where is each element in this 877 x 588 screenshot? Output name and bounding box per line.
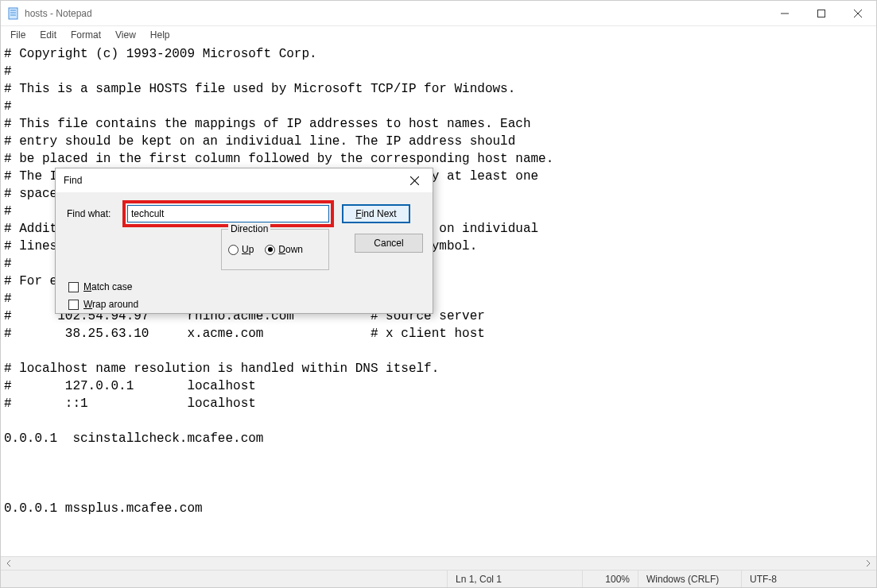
scroll-right-icon[interactable] (862, 558, 875, 570)
checkbox-icon (68, 300, 79, 310)
direction-up-label: Up (242, 244, 254, 255)
notepad-icon (7, 7, 20, 20)
checkbox-icon (68, 282, 79, 292)
direction-label: Direction (228, 223, 270, 234)
find-dialog-titlebar[interactable]: Find (56, 168, 433, 192)
scroll-left-icon[interactable] (2, 558, 15, 570)
find-close-button[interactable] (402, 170, 426, 191)
menu-format[interactable]: Format (64, 28, 107, 42)
window-titlebar: hosts - Notepad (1, 1, 876, 26)
close-button[interactable] (840, 1, 876, 25)
window-title: hosts - Notepad (25, 8, 92, 19)
menu-file[interactable]: File (4, 28, 32, 42)
status-eol: Windows (CRLF) (638, 571, 741, 587)
statusbar: Ln 1, Col 1 100% Windows (CRLF) UTF-8 (1, 570, 876, 587)
match-case-checkbox[interactable]: Match case (68, 281, 423, 292)
direction-down-label: Down (278, 244, 303, 255)
svg-rect-0 (9, 8, 17, 19)
menu-edit[interactable]: Edit (33, 28, 63, 42)
svg-rect-5 (818, 10, 825, 17)
wrap-around-checkbox[interactable]: Wrap around (68, 299, 423, 310)
menu-help[interactable]: Help (144, 28, 177, 42)
find-dialog: Find Find what: Find Next Cancel Directi… (55, 168, 433, 314)
status-encoding: UTF-8 (741, 571, 876, 587)
direction-group: Direction Up Down (221, 229, 329, 270)
status-spacer (1, 571, 447, 587)
radio-icon (228, 245, 239, 255)
maximize-button[interactable] (803, 1, 840, 25)
cancel-button[interactable]: Cancel (355, 234, 423, 253)
find-what-label: Find what: (65, 208, 122, 219)
wrap-around-label: Wrap around (83, 299, 138, 310)
find-next-text: ind Next (362, 208, 397, 219)
status-position: Ln 1, Col 1 (447, 571, 582, 587)
menubar: File Edit Format View Help (1, 26, 876, 44)
direction-up-radio[interactable]: Up (228, 244, 254, 255)
horizontal-scrollbar[interactable] (1, 556, 876, 570)
match-case-label: Match case (83, 281, 132, 292)
minimize-button[interactable] (766, 1, 803, 25)
radio-icon (265, 245, 275, 255)
find-what-input[interactable] (127, 205, 329, 222)
status-zoom: 100% (582, 571, 638, 587)
menu-view[interactable]: View (109, 28, 142, 42)
find-next-button[interactable]: Find Next (342, 204, 410, 223)
direction-down-radio[interactable]: Down (265, 244, 303, 255)
find-dialog-title: Find (64, 175, 82, 186)
